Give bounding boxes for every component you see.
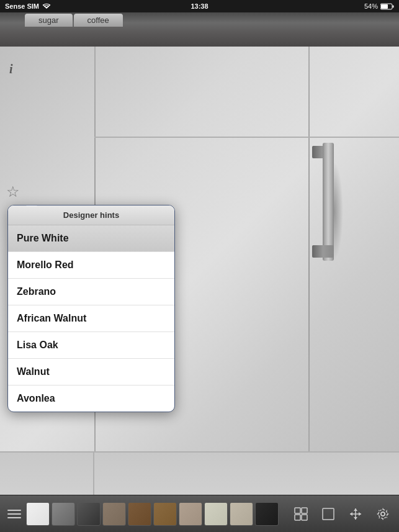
cabinet-divider-horizontal bbox=[94, 137, 399, 138]
cabinet-divider-right bbox=[308, 47, 310, 495]
bottom-toolbar bbox=[0, 495, 399, 532]
swatch-light-gray[interactable] bbox=[204, 502, 228, 526]
battery-label: 54% bbox=[364, 2, 378, 10]
swatch-gray[interactable] bbox=[52, 502, 75, 526]
kitchen-background: sugar coffee i ☆ Designer bbox=[0, 12, 399, 495]
counter-tabs: sugar coffee bbox=[0, 14, 123, 27]
popup-item-morello-red[interactable]: Morello Red bbox=[8, 252, 174, 279]
popup-item-pure-white[interactable]: Pure White bbox=[8, 225, 174, 252]
swatch-dark-gray[interactable] bbox=[77, 502, 101, 526]
designer-hints-popup: Designer hints Pure White Morello Red Ze… bbox=[7, 205, 175, 412]
battery-icon bbox=[380, 3, 394, 10]
svg-rect-5 bbox=[295, 515, 300, 520]
swatch-white[interactable] bbox=[26, 502, 50, 526]
door-handle bbox=[312, 143, 334, 261]
popup-item-walnut[interactable]: Walnut bbox=[8, 359, 174, 385]
svg-rect-2 bbox=[381, 4, 388, 9]
sugar-tab[interactable]: sugar bbox=[25, 14, 73, 27]
square-icon[interactable] bbox=[317, 503, 339, 525]
svg-rect-6 bbox=[302, 515, 307, 520]
svg-rect-7 bbox=[323, 508, 334, 520]
menu-icon[interactable] bbox=[5, 500, 24, 528]
toolbar-action-icons bbox=[285, 503, 394, 525]
info-icon[interactable]: i bbox=[9, 62, 24, 77]
time-label: 13:38 bbox=[191, 2, 208, 10]
svg-marker-11 bbox=[354, 517, 357, 520]
grid-icon[interactable] bbox=[290, 503, 312, 525]
swatch-granite2[interactable] bbox=[179, 502, 202, 526]
swatch-granite1[interactable] bbox=[102, 502, 126, 526]
wifi-icon bbox=[42, 3, 51, 9]
swatch-wood2[interactable] bbox=[153, 502, 177, 526]
counter-top: sugar coffee bbox=[0, 12, 399, 47]
favorites-icon[interactable]: ☆ bbox=[6, 183, 24, 201]
material-swatches bbox=[26, 502, 282, 526]
svg-point-15 bbox=[381, 512, 385, 516]
popup-item-avonlea[interactable]: Avonlea bbox=[8, 385, 174, 412]
popup-item-zebrano[interactable]: Zebrano bbox=[8, 279, 174, 305]
popup-item-lisa-oak[interactable]: Lisa Oak bbox=[8, 332, 174, 359]
lower-cabinet-divider bbox=[93, 453, 94, 495]
swatch-wood1[interactable] bbox=[128, 502, 151, 526]
carrier-label: Sense SIM bbox=[5, 2, 39, 10]
svg-point-16 bbox=[379, 510, 387, 518]
handle-bar bbox=[323, 143, 334, 261]
lower-cabinet bbox=[0, 451, 399, 495]
status-bar: Sense SIM 13:38 54% bbox=[0, 0, 399, 12]
swatch-black[interactable] bbox=[255, 502, 279, 526]
resize-icon[interactable] bbox=[344, 503, 367, 525]
svg-marker-12 bbox=[350, 512, 352, 516]
popup-header: Designer hints bbox=[8, 205, 174, 225]
svg-marker-10 bbox=[354, 508, 357, 511]
handle-bracket-bottom bbox=[312, 245, 334, 258]
gear-icon[interactable] bbox=[372, 503, 394, 525]
svg-rect-4 bbox=[302, 508, 307, 513]
swatch-stone[interactable] bbox=[230, 502, 253, 526]
popup-item-african-walnut[interactable]: African Walnut bbox=[8, 305, 174, 332]
coffee-tab[interactable]: coffee bbox=[74, 14, 123, 27]
svg-marker-13 bbox=[359, 512, 361, 516]
svg-rect-3 bbox=[295, 508, 300, 513]
svg-rect-1 bbox=[393, 5, 394, 7]
